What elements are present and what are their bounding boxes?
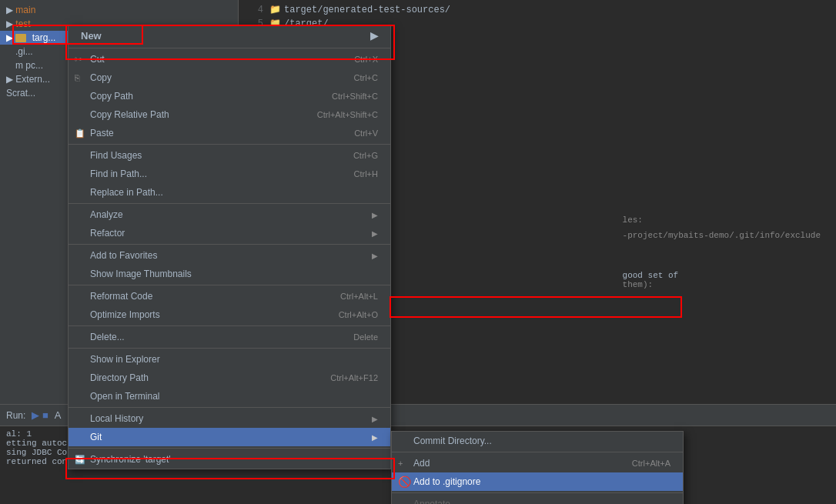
separator-9 xyxy=(69,448,390,449)
menu-item-analyze[interactable]: Analyze ▶ xyxy=(69,205,390,224)
submenu-item-annotate: Annotate xyxy=(392,495,683,504)
menu-item-find-usages[interactable]: Find Usages Ctrl+G xyxy=(69,146,390,165)
refactor-arrow: ▶ xyxy=(372,229,378,238)
git-arrow-icon: ▶ xyxy=(372,433,378,442)
run-controls: ▶ ■ xyxy=(32,409,48,421)
submenu-item-commit-directory[interactable]: Commit Directory... xyxy=(392,432,683,450)
separator-5 xyxy=(69,285,390,285)
menu-item-copy-path[interactable]: Copy Path Ctrl+Shift+C xyxy=(69,87,390,105)
separator-8 xyxy=(69,407,390,408)
sync-icon: 🔄 xyxy=(75,455,85,465)
tree-item-main[interactable]: ▶ main xyxy=(0,3,238,17)
menu-item-git[interactable]: Git ▶ xyxy=(69,428,390,446)
menu-item-synchronize[interactable]: 🔄 Synchronize 'target' xyxy=(69,450,390,469)
menu-item-optimize-imports[interactable]: Optimize Imports Ctrl+Alt+O xyxy=(69,305,390,324)
background-text: les: -project/mybaits-demo/.git/info/exc… xyxy=(623,215,821,289)
separator-1 xyxy=(69,48,390,48)
separator-4 xyxy=(69,244,390,245)
gitignore-icon: 🚫 xyxy=(398,476,411,488)
menu-item-new[interactable]: New ▶ xyxy=(69,25,390,46)
menu-item-show-in-explorer[interactable]: Show in Explorer xyxy=(69,350,390,369)
menu-item-copy-relative-path[interactable]: Copy Relative Path Ctrl+Alt+Shift+C xyxy=(69,105,390,124)
add-icon: + xyxy=(398,459,403,468)
submenu-separator-2 xyxy=(392,492,683,493)
local-history-arrow: ▶ xyxy=(372,415,378,423)
menu-item-replace-in-path[interactable]: Replace in Path... xyxy=(69,183,390,202)
git-submenu: Commit Directory... + Add Ctrl+Alt+A 🚫 A… xyxy=(391,431,684,504)
menu-item-local-history[interactable]: Local History ▶ xyxy=(69,409,390,428)
separator-7 xyxy=(69,348,390,349)
menu-item-cut[interactable]: ✂ Cut Ctrl+X xyxy=(69,50,390,68)
menu-item-open-in-terminal[interactable]: Open in Terminal xyxy=(69,387,390,406)
menu-item-paste[interactable]: 📋 Paste Ctrl+V xyxy=(69,124,390,142)
favorites-arrow: ▶ xyxy=(372,252,378,260)
separator-3 xyxy=(69,203,390,204)
menu-item-refactor[interactable]: Refactor ▶ xyxy=(69,224,390,242)
menu-item-delete[interactable]: Delete... Delete xyxy=(69,328,390,346)
separator-6 xyxy=(69,325,390,326)
menu-item-directory-path[interactable]: Directory Path Ctrl+Alt+F12 xyxy=(69,369,390,387)
submenu-separator-1 xyxy=(392,452,683,452)
submenu-item-add[interactable]: + Add Ctrl+Alt+A xyxy=(392,454,683,472)
menu-item-show-image-thumbnails[interactable]: Show Image Thumbnails xyxy=(69,265,390,283)
new-arrow-icon: ▶ xyxy=(370,30,378,42)
menu-item-reformat-code[interactable]: Reformat Code Ctrl+Alt+L xyxy=(69,287,390,305)
editor-line-4: 4 📁 target/generated-test-sources/ xyxy=(245,3,830,17)
separator-2 xyxy=(69,144,390,145)
paste-icon: 📋 xyxy=(75,129,85,139)
menu-item-copy[interactable]: ⎘ Copy Ctrl+C xyxy=(69,68,390,87)
analyze-arrow: ▶ xyxy=(372,211,378,219)
menu-item-add-to-favorites[interactable]: Add to Favorites ▶ xyxy=(69,246,390,265)
menu-item-find-in-path[interactable]: Find in Path... Ctrl+H xyxy=(69,165,390,183)
submenu-item-add-to-gitignore[interactable]: 🚫 Add to .gitignore xyxy=(392,472,683,491)
copy-icon: ⎘ xyxy=(75,73,80,82)
cut-icon: ✂ xyxy=(75,55,82,65)
context-menu: New ▶ ✂ Cut Ctrl+X ⎘ Copy Ctrl+C Copy Pa… xyxy=(68,25,391,469)
